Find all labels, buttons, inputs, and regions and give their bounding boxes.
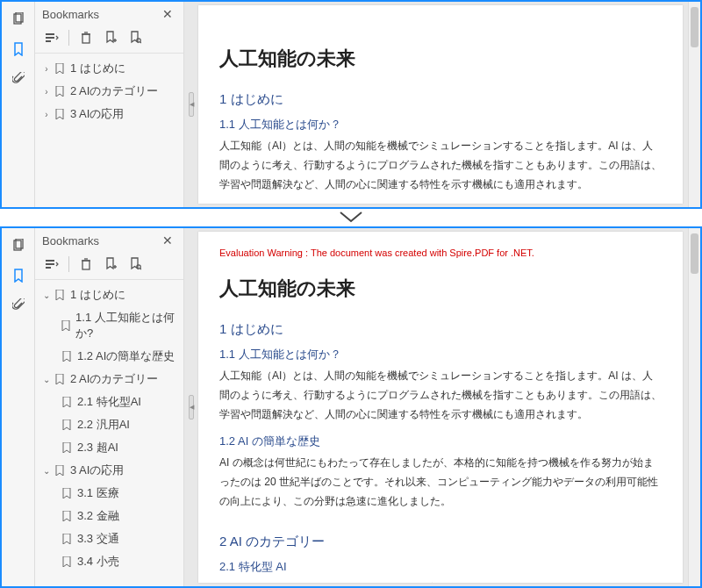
tree-item[interactable]: 3.1 医療 xyxy=(39,482,180,505)
paragraph: 特化型 AI（弱い AI とも呼ばれます）は、特定のタスクのために設計・訓練され… xyxy=(219,578,662,583)
heading-2: 1.2 AI の簡単な歴史 xyxy=(219,434,662,449)
panel-title: Bookmarks xyxy=(42,8,99,21)
find-bookmark-icon[interactable] xyxy=(127,30,143,46)
delete-icon[interactable] xyxy=(78,30,94,46)
tree-item[interactable]: ⌄2 AIのカテゴリー xyxy=(39,368,180,391)
attachments-icon[interactable] xyxy=(10,70,27,88)
paragraph: AI の概念は何世紀にもわたって存在しましたが、本格的に知能を持つ機械を作る努力… xyxy=(219,453,662,512)
toolbar-divider xyxy=(68,256,69,272)
left-rail xyxy=(2,2,35,207)
chevron-down-icon[interactable]: ⌄ xyxy=(40,466,53,476)
svg-rect-2 xyxy=(46,33,54,35)
bookmark-icon xyxy=(60,419,74,430)
bookmarks-icon[interactable] xyxy=(10,267,27,284)
evaluation-warning: Evaluation Warning : The document was cr… xyxy=(219,247,662,258)
attachments-icon[interactable] xyxy=(10,297,27,314)
chevron-right-icon[interactable]: › xyxy=(40,110,53,119)
sidebar-gutter xyxy=(184,2,198,207)
tree-item[interactable]: 3.3 交通 xyxy=(39,527,180,550)
scrollbar[interactable] xyxy=(688,228,700,586)
tree-item[interactable]: 3.2 金融 xyxy=(39,505,180,527)
tree-item[interactable]: 1.2 AIの簡単な歴史 xyxy=(39,345,180,368)
svg-rect-16 xyxy=(46,267,51,269)
pages-icon[interactable] xyxy=(10,237,27,255)
tree-item[interactable]: ›2 AIのカテゴリー xyxy=(39,80,180,103)
collapse-handle[interactable] xyxy=(189,395,194,419)
close-icon[interactable]: ✕ xyxy=(159,7,176,21)
bookmarks-panel: Bookmarks ✕ ⌄1 はじめに 1.1 人工知能とは何か? 1.2 AI… xyxy=(35,228,184,586)
bookmarks-panel: Bookmarks ✕ ›1 はじめに ›2 AIのカテゴリー ›3 AIの応用 xyxy=(35,2,184,207)
bookmark-icon xyxy=(60,488,74,498)
tree-label: 2 AIのカテゴリー xyxy=(70,371,158,387)
tree-label: 2.1 特化型AI xyxy=(77,394,141,410)
collapse-handle[interactable] xyxy=(189,92,194,117)
tree-label: 1.1 人工知能とは何か? xyxy=(75,310,178,341)
heading-1: 1 はじめに xyxy=(219,91,662,108)
bookmark-icon xyxy=(60,320,72,331)
tree-label: 1.2 AIの簡単な歴史 xyxy=(77,348,175,364)
scrollbar[interactable] xyxy=(688,2,700,207)
tree-item[interactable]: 1.1 人工知能とは何か? xyxy=(39,306,180,345)
chevron-right-icon[interactable]: › xyxy=(40,87,53,97)
scroll-thumb[interactable] xyxy=(691,7,698,47)
heading-1: 1 はじめに xyxy=(219,321,662,338)
top-pane: Bookmarks ✕ ›1 はじめに ›2 AIのカテゴリー ›3 AIの応用… xyxy=(0,0,702,209)
heading-2: 1.1 人工知能とは何か？ xyxy=(219,347,662,362)
tree-label: 2.2 汎用AI xyxy=(77,417,130,433)
tree-label: 2 AIのカテゴリー xyxy=(70,83,158,99)
close-icon[interactable]: ✕ xyxy=(159,233,176,247)
tree-item[interactable]: ›1 はじめに xyxy=(39,57,180,80)
bookmarks-icon[interactable] xyxy=(10,40,27,58)
bottom-pane: Bookmarks ✕ ⌄1 はじめに 1.1 人工知能とは何か? 1.2 AI… xyxy=(0,226,702,588)
tree-label: 1 はじめに xyxy=(70,61,125,76)
bookmark-icon xyxy=(53,290,67,300)
page-content: 人工知能の未来 1 はじめに 1.1 人工知能とは何か？ 人工知能（AI）とは、… xyxy=(198,5,683,204)
tree-label: 3.2 金融 xyxy=(77,508,119,524)
bookmark-icon xyxy=(60,556,74,567)
page-content: Evaluation Warning : The document was cr… xyxy=(198,232,683,583)
svg-rect-14 xyxy=(46,260,54,262)
svg-line-23 xyxy=(140,269,142,270)
tree-label: 3 AIの応用 xyxy=(70,463,124,478)
tree-label: 2.3 超AI xyxy=(77,440,118,455)
bookmark-icon xyxy=(53,86,67,97)
tree-item[interactable]: 2.1 特化型AI xyxy=(39,391,180,413)
tree-item[interactable]: 2.3 超AI xyxy=(39,436,180,459)
options-icon[interactable] xyxy=(44,30,60,46)
bookmark-toolbar xyxy=(35,253,183,280)
options-icon[interactable] xyxy=(44,256,60,272)
bookmark-icon xyxy=(60,397,74,407)
svg-rect-5 xyxy=(82,34,90,43)
tree-item[interactable]: ⌄1 はじめに xyxy=(39,283,180,306)
tree-item[interactable]: ›3 AIの応用 xyxy=(39,103,180,125)
svg-rect-4 xyxy=(46,40,51,42)
panel-title: Bookmarks xyxy=(42,234,99,247)
bookmark-icon xyxy=(60,442,74,453)
scroll-thumb[interactable] xyxy=(691,233,698,274)
bookmark-tree: ⌄1 はじめに 1.1 人工知能とは何か? 1.2 AIの簡単な歴史 ⌄2 AI… xyxy=(35,280,183,586)
find-bookmark-icon[interactable] xyxy=(127,256,143,272)
heading-1: 2 AI のカテゴリー xyxy=(219,534,662,550)
svg-rect-3 xyxy=(46,37,54,39)
add-bookmark-icon[interactable] xyxy=(103,30,118,46)
bookmark-icon xyxy=(60,511,74,521)
sidebar-gutter xyxy=(184,228,198,586)
tree-item[interactable]: 2.2 汎用AI xyxy=(39,413,180,436)
left-rail xyxy=(2,228,35,586)
chevron-down-icon[interactable]: ⌄ xyxy=(40,290,53,300)
tree-item[interactable]: ⌄3 AIの応用 xyxy=(39,459,180,482)
tree-item[interactable]: 3.4 小売 xyxy=(39,550,180,573)
chevron-down-icon[interactable]: ⌄ xyxy=(40,375,53,384)
tree-label: 1 はじめに xyxy=(70,287,125,303)
doc-title: 人工知能の未来 xyxy=(219,46,662,72)
tree-label: 3.3 交通 xyxy=(77,531,119,547)
add-bookmark-icon[interactable] xyxy=(103,256,118,272)
bookmark-icon xyxy=(60,534,74,544)
heading-2: 2.1 特化型 AI xyxy=(219,559,662,575)
svg-line-11 xyxy=(140,42,142,44)
chevron-right-icon[interactable]: › xyxy=(40,64,53,74)
down-arrow-icon xyxy=(339,211,363,225)
delete-icon[interactable] xyxy=(78,256,94,272)
bookmark-icon xyxy=(53,374,67,384)
pages-icon[interactable] xyxy=(10,11,27,28)
